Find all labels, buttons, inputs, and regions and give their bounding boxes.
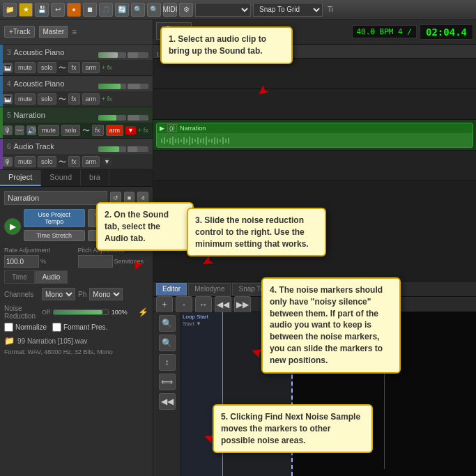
fx-add-5[interactable]: + fx <box>138 127 148 134</box>
noise-icon[interactable]: ⚡ <box>138 307 148 317</box>
toolbar-icon-9[interactable]: 🔍 <box>131 3 145 17</box>
melodyne-tab[interactable]: Melodyne <box>188 283 231 295</box>
arm-btn-4[interactable]: arm <box>82 93 100 105</box>
arm-btn-3[interactable]: arm <box>82 62 100 73</box>
volume-dropdown[interactable]: Volume <box>195 3 251 17</box>
time-stretch-btn[interactable]: Time Stretch <box>24 230 85 241</box>
track-header: +Track Master ≡ <box>0 20 153 45</box>
folder-icon[interactable]: 📁 <box>4 336 15 346</box>
arm-down-5[interactable]: ▼ <box>125 126 136 135</box>
fx-add-4[interactable]: + fx <box>102 95 112 102</box>
toolbar-icon-10[interactable]: 🔍 <box>147 3 161 17</box>
toolbar-icon-3[interactable]: 💾 <box>35 3 49 17</box>
audio-tab[interactable]: Audio <box>35 270 68 284</box>
fx-btn-6[interactable]: fx <box>68 156 80 167</box>
narration-clip[interactable]: ▶ ()⟩ Narration <box>156 123 473 148</box>
zoom-fit-btn[interactable]: ↔ <box>195 296 212 313</box>
mute-btn-6[interactable]: mute <box>15 156 36 167</box>
svg-rect-22 <box>222 137 224 144</box>
channels-select[interactable]: Mono <box>42 288 75 300</box>
zoom-btn-4[interactable]: ⟺ <box>159 374 176 390</box>
menu-icon[interactable]: ≡ <box>72 27 77 37</box>
time-audio-tabs: Time Audio <box>4 270 148 284</box>
fx-btn-5[interactable]: fx <box>92 125 104 136</box>
format-info: Format: WAV, 48000 Hz, 32 Bits, Mono <box>4 347 148 355</box>
timeline-tracks: ▶ ()⟩ Narration <box>153 59 476 281</box>
mic-icon-5[interactable]: 🎙 <box>3 125 13 135</box>
solo-btn-5[interactable]: solo <box>61 125 80 136</box>
toolbar-icon-4[interactable]: ↩ <box>51 3 65 17</box>
time-tab[interactable]: Time <box>4 270 35 284</box>
zoom-btn-5[interactable]: ◀◀ <box>159 393 176 410</box>
toolbar-icon-8[interactable]: 🔄 <box>115 3 129 17</box>
editor-panel: Editor Melodyne Snap To Grid Copy Sel To… <box>153 281 476 476</box>
fx-btn-4[interactable]: fx <box>68 93 80 105</box>
use-project-tempo-btn[interactable]: Use Project Tempo <box>24 209 85 227</box>
rate-input[interactable] <box>4 255 39 268</box>
formant-checkbox-label[interactable]: Formant Pres. <box>52 323 107 332</box>
normalize-checkbox-label[interactable]: Normalize <box>4 323 47 332</box>
left-panel: +Track Master ≡ 3 Acoustic Piano 🎹 mute … <box>0 20 153 476</box>
mute-btn-5[interactable]: mute <box>38 125 59 136</box>
stop-icon[interactable]: ■ <box>124 192 135 204</box>
zoom-btn-3[interactable]: ↕ <box>159 354 176 371</box>
play-button[interactable]: ▶ <box>4 218 21 235</box>
piano-icon-4[interactable]: 🎹 <box>3 94 13 104</box>
loop-region[interactable]: Loop Start Start ▼ <box>181 312 223 476</box>
arm-btn-6[interactable]: arm <box>82 156 100 167</box>
transpose-btn[interactable]: Transpose <box>88 230 149 241</box>
mic-icon-6[interactable]: 🎙 <box>3 157 13 167</box>
arm-btn-5[interactable]: arm <box>106 125 124 136</box>
next-btn[interactable]: ▶▶ <box>234 296 251 313</box>
noise-region[interactable]: Noise End Noise ▼ <box>223 312 293 476</box>
arm-down-6[interactable]: ▼ <box>102 158 112 166</box>
zoom-in-btn[interactable]: + <box>156 296 173 313</box>
piano-icon-3[interactable]: 🎹 <box>3 63 13 72</box>
pitch-input[interactable] <box>78 255 113 268</box>
toolbar-icon-gear[interactable]: ⚙ <box>179 3 193 17</box>
rate-unit: % <box>40 258 46 265</box>
zoom-btn-2[interactable]: 🔍 <box>159 335 176 351</box>
track-row-3: 3 Acoustic Piano 🎹 mute solo 〜 fx arm + … <box>0 45 153 76</box>
toolbar-icon-midi[interactable]: MIDI <box>163 3 177 17</box>
formant-checkbox[interactable] <box>52 323 61 332</box>
snap-dropdown[interactable]: Snap To Grid <box>253 3 323 17</box>
toolbar-icon-2[interactable]: ★ <box>19 3 33 17</box>
toolbar-icon-7[interactable]: 🎵 <box>99 3 113 17</box>
editor-tabs: Editor Melodyne Snap To Grid Copy Sel To… <box>153 282 476 297</box>
normalize-checkbox[interactable] <box>4 323 13 332</box>
snap-to-grid-tab[interactable]: Snap To Grid <box>232 283 285 295</box>
slice-tab[interactable]: Slice Tak <box>344 283 385 295</box>
mute-btn-3[interactable]: mute <box>15 62 36 73</box>
zoom-out-btn[interactable]: - <box>176 296 192 313</box>
noise-reduction-row: Noise Reduction Off 100% ⚡ <box>4 305 148 320</box>
use-project-key-btn[interactable]: Use Project Key <box>88 209 149 227</box>
mute-btn-4[interactable]: mute <box>15 93 36 105</box>
phase-select[interactable]: Mono <box>89 288 123 300</box>
svg-rect-1 <box>164 137 165 144</box>
editor-tab[interactable]: Editor <box>156 283 187 295</box>
clip-title: Narration <box>180 125 206 132</box>
add-track-button[interactable]: +Track <box>4 26 35 38</box>
loop-icon[interactable]: ↺ <box>110 192 121 204</box>
copy-sel-tab[interactable]: Copy Sel To... <box>287 283 343 295</box>
noise-slider[interactable] <box>53 309 109 315</box>
master-button[interactable]: Master <box>39 26 68 38</box>
tab-other[interactable]: bra <box>81 170 109 186</box>
fx-add-3[interactable]: + fx <box>102 64 112 71</box>
prev-btn[interactable]: ◀◀ <box>215 296 231 313</box>
solo-btn-4[interactable]: solo <box>38 93 56 105</box>
rate-label: Rate Adjustment <box>4 247 75 254</box>
solo-btn-3[interactable]: solo <box>38 62 56 73</box>
tab-sound[interactable]: Sound <box>41 170 81 186</box>
zoom-btn-1[interactable]: 🔍 <box>159 315 176 332</box>
solo-btn-6[interactable]: solo <box>38 156 56 167</box>
sound-name-input[interactable] <box>4 191 107 205</box>
timeline-header: ♦ Start 40.0 4/4 C 40.0 BPM 4 / 02:04.4 <box>153 20 476 45</box>
toolbar-icon-1[interactable]: 📁 <box>3 3 17 17</box>
fx-btn-3[interactable]: fx <box>68 62 80 73</box>
tab-project[interactable]: Project <box>0 170 41 186</box>
toolbar-icon-6[interactable]: ⏹ <box>83 3 97 17</box>
toolbar-icon-5[interactable]: ● <box>67 3 81 17</box>
count-icon[interactable]: 4 <box>137 192 148 204</box>
